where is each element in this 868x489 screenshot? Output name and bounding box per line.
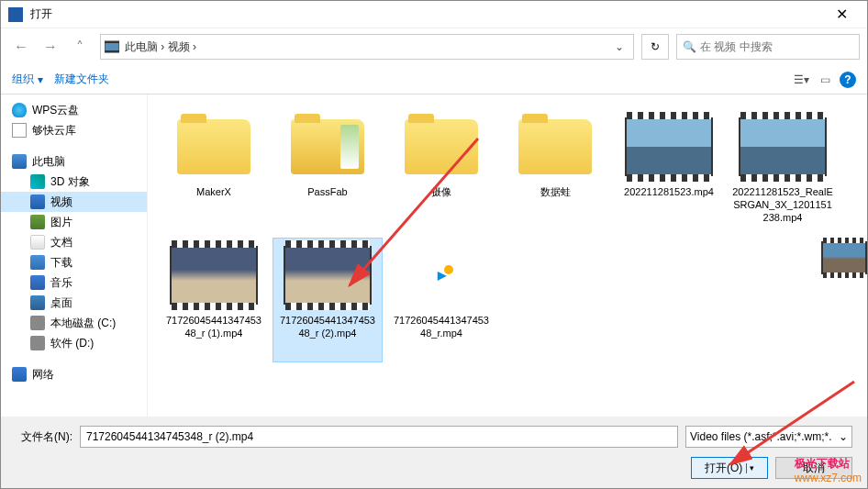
file-item[interactable]: 摄像 — [386, 109, 496, 234]
file-thumbnail — [284, 242, 372, 308]
partial-thumbnail — [821, 241, 867, 274]
sidebar-item-label: 3D 对象 — [50, 174, 90, 190]
file-label: PassFab — [307, 185, 347, 198]
search-box[interactable]: 🔍 — [676, 34, 860, 60]
footer: 文件名(N): Video files (*.asf;*.avi;*.wm;*.… — [1, 417, 867, 488]
sidebar-item[interactable]: 文档 — [1, 232, 147, 252]
address-path: 此电脑 › 视频 › — [125, 39, 609, 55]
search-input[interactable] — [700, 40, 853, 53]
icon-network — [12, 367, 27, 382]
folder-icon — [518, 119, 592, 174]
preview-pane-button[interactable]: ▭ — [818, 72, 832, 88]
file-item[interactable]: MakerX — [159, 109, 269, 234]
video-thumbnail — [284, 246, 372, 305]
file-thumbnail — [397, 114, 485, 180]
sidebar-item[interactable]: 软件 (D:) — [1, 333, 147, 353]
filename-input[interactable] — [80, 426, 678, 448]
icon-pc — [12, 154, 27, 169]
file-item[interactable]: PassFab — [273, 109, 383, 234]
sidebar-item[interactable]: 3D 对象 — [1, 172, 147, 192]
file-item[interactable]: 202211281523_RealESRGAN_3X_1201151238.mp… — [728, 109, 838, 234]
sidebar-item-label: 此电脑 — [32, 154, 65, 170]
titlebar: 打开 ✕ — [1, 1, 867, 28]
svg-rect-1 — [105, 41, 119, 43]
sidebar-item[interactable]: 够快云库 — [1, 120, 147, 140]
organize-button[interactable]: 组织 — [12, 72, 34, 87]
icon-download — [30, 255, 45, 270]
file-item[interactable]: 7172604544134745348_r (2).mp4 — [273, 238, 383, 362]
folder-icon — [405, 119, 478, 174]
main-area: WPS云盘够快云库此电脑3D 对象视频图片文档下载音乐桌面本地磁盘 (C:)软件… — [1, 94, 867, 421]
back-button[interactable]: ← — [8, 34, 34, 60]
icon-video — [30, 194, 45, 209]
navbar: ← → ˄ 此电脑 › 视频 › ⌄ ↻ 🔍 — [1, 28, 867, 65]
sidebar-item[interactable]: WPS云盘 — [1, 100, 147, 120]
file-label: MakerX — [196, 185, 231, 198]
chevron-down-icon: ⌄ — [839, 430, 848, 443]
search-icon: 🔍 — [683, 40, 696, 53]
close-button[interactable]: ✕ — [823, 6, 860, 23]
icon-disk — [30, 336, 45, 350]
help-button[interactable]: ? — [840, 72, 856, 88]
icon-image — [30, 215, 45, 229]
sidebar-item[interactable]: 图片 — [1, 212, 147, 232]
file-label: 202211281523.mp4 — [624, 185, 714, 198]
toolbar: 组织 ▾ 新建文件夹 ☰▾ ▭ ? — [1, 65, 867, 94]
video-thumbnail — [625, 117, 713, 176]
file-thumbnail — [625, 114, 713, 180]
sidebar-item[interactable]: 下载 — [1, 252, 147, 272]
icon-document — [30, 235, 45, 250]
video-thumbnail — [739, 117, 827, 176]
file-label: 202211281523_RealESRGAN_3X_1201151238.mp… — [732, 185, 833, 224]
sidebar-item-label: 音乐 — [50, 275, 72, 291]
file-label: 摄像 — [431, 185, 451, 198]
sidebar-item[interactable]: 网络 — [1, 364, 147, 384]
split-chevron-icon: │▾ — [744, 463, 754, 472]
sidebar-item[interactable]: 视频 — [1, 192, 147, 212]
sidebar-item[interactable]: 此电脑 — [1, 151, 147, 172]
file-item[interactable]: 数据蛙 — [500, 109, 610, 234]
file-thumbnail — [284, 114, 372, 180]
address-bar[interactable]: 此电脑 › 视频 › ⌄ — [100, 34, 634, 60]
video-thumbnail — [170, 246, 258, 305]
icon-doc — [12, 123, 27, 138]
forward-button[interactable]: → — [38, 34, 63, 60]
file-item[interactable]: ▶7172604544134745348_r.mp4 — [386, 238, 496, 362]
sidebar-item-label: 本地磁盘 (C:) — [50, 316, 116, 331]
sidebar: WPS云盘够快云库此电脑3D 对象视频图片文档下载音乐桌面本地磁盘 (C:)软件… — [1, 94, 148, 421]
file-thumbnail: ▶ — [397, 242, 485, 308]
icon-disk — [30, 316, 45, 330]
file-label: 数据蛙 — [540, 185, 571, 198]
sidebar-item[interactable]: 桌面 — [1, 293, 147, 313]
sidebar-item-label: 软件 (D:) — [50, 336, 94, 351]
up-button[interactable]: ˄ — [67, 34, 93, 60]
file-thumbnail — [511, 114, 599, 180]
organize-chevron[interactable]: ▾ — [38, 73, 43, 86]
sidebar-item-label: WPS云盘 — [32, 103, 79, 118]
icon-music — [30, 275, 45, 290]
file-thumbnail — [739, 114, 827, 180]
video-folder-icon — [105, 39, 119, 54]
file-item[interactable]: 7172604544134745348_r (1).mp4 — [159, 238, 269, 362]
open-button[interactable]: 打开(O)│▾ — [691, 457, 768, 479]
sidebar-item[interactable]: 音乐 — [1, 272, 147, 293]
file-item[interactable]: 202211281523.mp4 — [614, 109, 724, 234]
refresh-button[interactable]: ↻ — [641, 34, 669, 60]
file-type-filter[interactable]: Video files (*.asf;*.avi;*.wm;*. ⌄ — [685, 426, 852, 448]
sidebar-item-label: 桌面 — [50, 295, 72, 311]
sidebar-item-label: 视频 — [50, 194, 72, 210]
filename-label: 文件名(N): — [16, 429, 80, 445]
file-label: 7172604544134745348_r (1).mp4 — [163, 314, 264, 339]
address-dropdown[interactable]: ⌄ — [609, 40, 629, 53]
file-label: 7172604544134745348_r (2).mp4 — [277, 314, 378, 339]
file-label: 7172604544134745348_r.mp4 — [391, 314, 492, 339]
window-title: 打开 — [30, 6, 823, 22]
file-list[interactable]: MakerXPassFab摄像数据蛙202211281523.mp4202211… — [148, 94, 867, 421]
sidebar-item[interactable]: 本地磁盘 (C:) — [1, 313, 147, 333]
icon-desktop — [30, 295, 45, 310]
icon-3d — [30, 174, 45, 189]
new-folder-button[interactable]: 新建文件夹 — [54, 72, 109, 87]
sidebar-item-label: 下载 — [50, 255, 72, 271]
view-mode-button[interactable]: ☰▾ — [792, 72, 811, 88]
cancel-button[interactable]: 取消 — [775, 457, 852, 479]
